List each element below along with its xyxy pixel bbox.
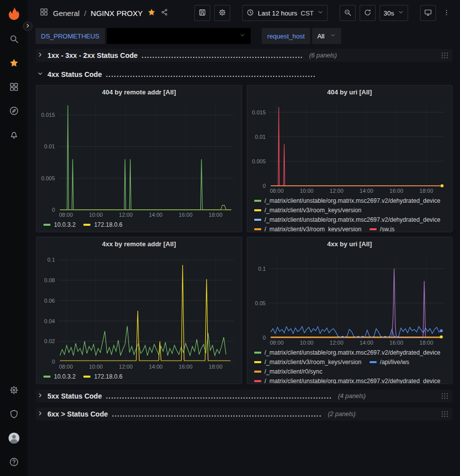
- svg-text:0.05: 0.05: [255, 300, 265, 306]
- sidebar-item-search[interactable]: [0, 29, 27, 51]
- svg-text:0.015: 0.015: [41, 112, 55, 118]
- sidebar-item-starred[interactable]: [0, 53, 27, 75]
- svg-text:10:00: 10:00: [89, 364, 103, 370]
- row-title-dots: ........................................…: [142, 51, 303, 59]
- svg-text:16:00: 16:00: [389, 340, 403, 346]
- legend-item[interactable]: /_matrix/client/r0/sync: [254, 367, 323, 376]
- svg-text:0: 0: [262, 335, 265, 341]
- chart-404-by-uri[interactable]: 00.0050.010.01508:0010:0012:0014:0016:00…: [247, 98, 453, 195]
- sidebar-item-explore[interactable]: [0, 101, 27, 123]
- svg-text:0.01: 0.01: [44, 143, 55, 149]
- time-series-chart[interactable]: 00.050.108:0010:0012:0014:0016:0018:00: [247, 250, 453, 347]
- chart-4xx-by-uri[interactable]: 00.050.108:0010:0012:0014:0016:0018:00: [247, 250, 453, 347]
- refresh-icon: [364, 8, 372, 18]
- svg-text:0.04: 0.04: [44, 318, 55, 324]
- panel-grid: 404 by remote addr [All] 00.0050.010.015…: [36, 85, 453, 384]
- svg-text:08:00: 08:00: [59, 212, 73, 218]
- panel-header[interactable]: 4xx by remote addr [All]: [36, 237, 242, 250]
- variable-host-value: All: [317, 32, 324, 40]
- legend-item[interactable]: 172.18.0.6: [83, 220, 122, 229]
- panel-title: 404 by remote addr [All]: [102, 88, 176, 96]
- share-icon[interactable]: [160, 8, 169, 18]
- legend-item[interactable]: /_matrix/client/unstable/org.matrix.msc2…: [254, 376, 441, 384]
- chevron-down-icon: [398, 9, 404, 17]
- time-series-chart[interactable]: 00.0050.010.01508:0010:0012:0014:0016:00…: [36, 98, 242, 219]
- time-range-label: Last 12 hours: [258, 9, 297, 17]
- gear-icon: [218, 8, 226, 18]
- legend-item[interactable]: /_matrix/client/v3/room_keys/version: [254, 224, 362, 232]
- variable-value-host-dropdown[interactable]: All: [312, 28, 341, 44]
- legend-series-name: /_matrix/client/v3/room_keys/version: [265, 226, 362, 232]
- row-1xx-3xx-2xx-status-code[interactable]: 1xx - 3xx - 2xx Status Code ............…: [36, 49, 453, 62]
- legend-item[interactable]: /sw.js: [370, 224, 395, 232]
- legend: 10.0.3.2172.18.0.6: [36, 371, 242, 384]
- row-drag-handle[interactable]: [441, 393, 449, 400]
- legend-swatch: [254, 219, 261, 221]
- sidebar-item-server-admin[interactable]: [0, 404, 27, 426]
- sidebar-item-help[interactable]: [0, 452, 27, 474]
- breadcrumb-dashboard-title[interactable]: NGINX PROXY: [91, 9, 143, 17]
- time-series-chart[interactable]: 00.020.040.060.080.108:0010:0012:0014:00…: [36, 250, 242, 371]
- breadcrumb-section[interactable]: General: [53, 9, 79, 17]
- panel-title: 404 by uri [All]: [327, 88, 372, 96]
- variable-value-ds-dropdown[interactable]: [107, 28, 251, 44]
- variable-ds-prometheus: DS_PROMETHEUS: [35, 28, 251, 44]
- legend-item[interactable]: 10.0.3.2: [43, 372, 75, 381]
- legend: /_matrix/client/unstable/org.matrix.msc2…: [247, 347, 453, 384]
- refresh-button[interactable]: [360, 5, 376, 21]
- compass-icon: [9, 106, 19, 118]
- svg-text:0.08: 0.08: [44, 277, 55, 283]
- dashboards-grid-icon: [9, 82, 19, 94]
- legend-item[interactable]: 10.0.3.2: [43, 220, 75, 229]
- refresh-interval-dropdown[interactable]: 30s: [380, 5, 408, 21]
- legend-series-name: /_matrix/client/unstable/org.matrix.msc2…: [265, 197, 441, 204]
- sidebar-item-dashboards[interactable]: [0, 77, 27, 99]
- legend-series-name: 172.18.0.6: [94, 373, 122, 380]
- sidebar-expand-button[interactable]: [23, 21, 32, 31]
- row-drag-handle[interactable]: [441, 52, 449, 59]
- kiosk-mode-button[interactable]: [420, 5, 436, 21]
- legend-item[interactable]: /_matrix/client/v3/room_keys/version: [254, 357, 362, 367]
- legend-item[interactable]: /_matrix/client/v3/room_keys/version: [254, 205, 362, 215]
- row-6xx-status-code[interactable]: 6xx > Status Code ......................…: [36, 408, 453, 421]
- dashboard-settings-button[interactable]: [214, 5, 230, 21]
- variable-label-ds: DS_PROMETHEUS: [35, 28, 105, 44]
- legend-item[interactable]: /api/live/ws: [370, 357, 410, 367]
- legend-item[interactable]: /_matrix/client/unstable/org.matrix.msc2…: [254, 348, 441, 357]
- chevron-down-icon: [37, 70, 43, 79]
- breadcrumb-separator: /: [84, 9, 86, 17]
- chevron-right-icon: [25, 22, 30, 30]
- legend-item[interactable]: /_matrix/client/unstable/org.matrix.msc2…: [254, 215, 441, 224]
- row-drag-handle[interactable]: [441, 411, 449, 418]
- favorite-star-icon[interactable]: [147, 8, 156, 18]
- panel-header[interactable]: 404 by remote addr [All]: [36, 85, 242, 98]
- panel-4xx-by-remote-addr: 4xx by remote addr [All] 00.020.040.060.…: [36, 237, 242, 384]
- variable-request-host: request_host All: [262, 28, 341, 44]
- more-options-button[interactable]: [440, 5, 453, 21]
- row-title: 4xx Status Code: [47, 70, 102, 78]
- chart-4xx-by-remote-addr[interactable]: 00.020.040.060.080.108:0010:0012:0014:00…: [36, 250, 242, 371]
- panel-header[interactable]: 4xx by uri [All]: [247, 237, 453, 250]
- svg-text:0.015: 0.015: [252, 109, 266, 115]
- zoom-out-button[interactable]: [340, 5, 356, 21]
- kebab-menu-icon: [443, 8, 451, 18]
- sidebar-item-configuration[interactable]: [0, 380, 27, 402]
- save-dashboard-button[interactable]: [194, 5, 210, 21]
- time-series-chart[interactable]: 00.0050.010.01508:0010:0012:0014:0016:00…: [247, 98, 453, 195]
- sidebar-item-alerting[interactable]: [0, 125, 27, 147]
- legend: /_matrix/client/unstable/org.matrix.msc2…: [247, 195, 453, 232]
- legend-item[interactable]: /_matrix/client/unstable/org.matrix.msc2…: [254, 196, 441, 205]
- chart-404-by-remote-addr[interactable]: 00.0050.010.01508:0010:0012:0014:0016:00…: [36, 98, 242, 219]
- legend-item[interactable]: 172.18.0.6: [83, 372, 122, 381]
- svg-text:08:00: 08:00: [59, 364, 73, 370]
- time-range-picker[interactable]: Last 12 hours CST: [242, 5, 328, 21]
- panel-404-by-remote-addr: 404 by remote addr [All] 00.0050.010.015…: [36, 85, 242, 232]
- svg-text:10:00: 10:00: [300, 340, 314, 346]
- row-5xx-status-code[interactable]: 5xx Status Code ........................…: [36, 390, 453, 403]
- sidebar-item-profile[interactable]: [0, 428, 27, 450]
- grafana-logo[interactable]: [4, 4, 23, 23]
- panel-header[interactable]: 404 by uri [All]: [247, 85, 453, 98]
- legend-swatch: [254, 200, 261, 202]
- chevron-right-icon: [37, 392, 43, 401]
- row-4xx-status-code[interactable]: 4xx Status Code ........................…: [36, 68, 453, 81]
